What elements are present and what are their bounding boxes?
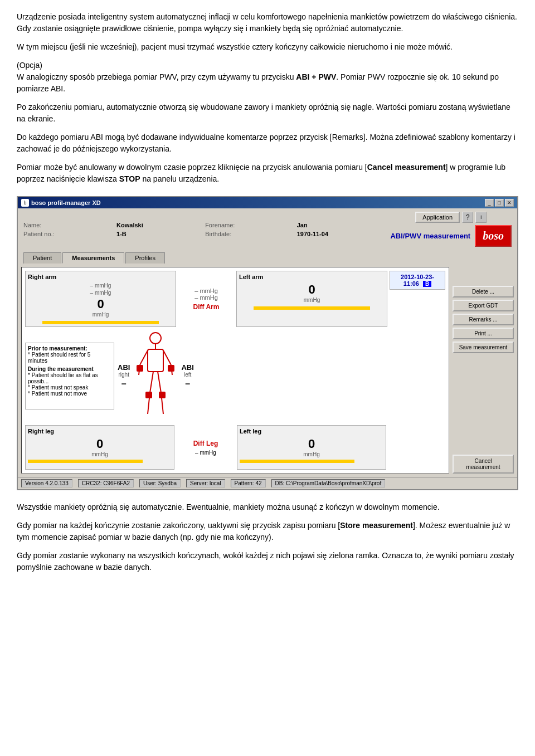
diff-arm-label: Diff Arm xyxy=(193,303,220,311)
svg-rect-13 xyxy=(145,392,152,398)
measurement-title: ABI/PWV measurement xyxy=(390,232,470,240)
para-6: Pomiar może być anulowany w dowolnym cza… xyxy=(17,162,518,185)
version-status: Version 4.2.0.133 xyxy=(21,479,72,487)
minimize-button[interactable]: _ xyxy=(485,199,494,207)
forename-label: Forename: xyxy=(205,222,291,228)
info-button[interactable]: i xyxy=(475,212,487,223)
para-1: Urządzenie posiada inteligentny system a… xyxy=(17,11,518,35)
abi-left-val: – xyxy=(185,379,190,389)
pattern-status: Pattern: 42 xyxy=(231,479,266,487)
right-arm-bar xyxy=(42,321,159,324)
right-leg-box: Right leg 0 mmHg xyxy=(25,425,174,470)
leg-right-spacer xyxy=(390,425,445,470)
help-buttons: ? i xyxy=(462,212,487,223)
during-item-2: * Patient must not speak xyxy=(28,384,111,391)
after-para-2: Gdy pomiar na każdej kończynie zostanie … xyxy=(17,520,518,543)
left-arm-bar xyxy=(254,306,370,310)
tab-measurements[interactable]: Measurements xyxy=(62,252,124,264)
abi-right-label: ABI xyxy=(118,363,130,372)
prior-title: Prior to measurement: xyxy=(28,345,111,352)
right-arm-main-value: 0 mmHg xyxy=(28,297,173,318)
during-item-3: * Patient must not move xyxy=(28,391,111,397)
patient-details: Name: Kowalski Forename: Jan Patient no.… xyxy=(23,222,385,237)
patient-info-bar: Name: Kowalski Forename: Jan Patient no.… xyxy=(18,208,517,250)
side-buttons: Delete ... Export GDT Remarks ... Print … xyxy=(453,267,514,474)
user-status: User: Sysdba xyxy=(139,479,181,487)
window-title: boso profil-manager XD xyxy=(31,199,101,206)
right-leg-label: Right leg xyxy=(28,428,172,435)
tabs-bar: Patient Measurements Profiles xyxy=(18,250,517,264)
right-arm-label: Right arm xyxy=(28,274,173,280)
para-5: Do każdego pomiaru ABI mogą być dodawane… xyxy=(17,131,518,155)
name-value: Kowalski xyxy=(116,222,200,228)
svg-point-0 xyxy=(150,333,161,344)
export-gdt-button[interactable]: Export GDT xyxy=(453,300,514,311)
delete-button[interactable]: Delete ... xyxy=(453,286,514,297)
abi-right-box: ABI right – xyxy=(118,363,130,389)
tab-profiles[interactable]: Profiles xyxy=(125,252,165,264)
db-status: DB: C:\ProgramData\Boso\profmanXD\prof xyxy=(271,479,386,487)
svg-line-7 xyxy=(150,372,153,393)
boso-logo: boso xyxy=(475,225,512,247)
birthdate-label: Birthdate: xyxy=(205,231,291,237)
left-arm-box: Left arm 0 mmHg xyxy=(236,271,387,327)
main-content: Right arm – mmHg – mmHg 0 mmHg xyxy=(18,264,517,477)
svg-rect-14 xyxy=(159,392,166,398)
para-2: W tym miejscu (jeśli nie wcześniej), pac… xyxy=(17,41,518,53)
server-status: Server: local xyxy=(186,479,225,487)
diff-top-lines: – mmHg – mmHg xyxy=(194,287,218,301)
title-bar: b boso profil-manager XD _ □ ✕ xyxy=(18,197,517,208)
patient-no-value: 1-B xyxy=(116,231,200,237)
right-leg-value: 0 mmHg xyxy=(28,437,172,457)
help-button[interactable]: ? xyxy=(462,212,473,223)
left-leg-bar xyxy=(240,460,354,463)
body-figure-section xyxy=(133,331,178,421)
svg-rect-2 xyxy=(148,349,163,372)
left-leg-label: Left leg xyxy=(240,428,383,435)
close-button[interactable]: ✕ xyxy=(505,199,514,207)
right-arm-value-top: – mmHg xyxy=(28,282,173,289)
abi-right-sub: right xyxy=(118,372,129,378)
cancel-measurement-button[interactable]: Cancel measurement xyxy=(453,455,514,474)
right-arm-box: Right arm – mmHg – mmHg 0 mmHg xyxy=(25,271,176,327)
after-para-1: Wszystkie mankiety opróżnią się automaty… xyxy=(17,501,518,513)
svg-line-9 xyxy=(158,372,161,393)
maximize-button[interactable]: □ xyxy=(495,199,504,207)
date-time-box: 2012-10-23-11:06 B xyxy=(390,271,445,290)
left-leg-value: 0 mmHg xyxy=(240,437,383,457)
svg-line-3 xyxy=(140,350,148,365)
patient-no-label: Patient no.: xyxy=(23,231,111,237)
diff-leg-section: Diff Leg – mmHg xyxy=(178,425,234,470)
during-item-1: * Patient should lie as flat as possib..… xyxy=(28,372,111,384)
date-marker: B xyxy=(423,281,431,287)
measurement-area: Right arm – mmHg – mmHg 0 mmHg xyxy=(21,267,449,474)
abi-body-section: Prior to measurement: * Patient should r… xyxy=(25,331,445,421)
during-title: During the measurement xyxy=(28,366,111,372)
svg-rect-12 xyxy=(168,365,174,372)
after-para-3: Gdy pomiar zostanie wykonany na wszystki… xyxy=(17,550,518,573)
diff-leg-label: Diff Leg xyxy=(193,440,218,447)
application-button[interactable]: Application xyxy=(415,212,460,223)
left-arm-main-value: 0 mmHg xyxy=(239,282,385,303)
window-controls: _ □ ✕ xyxy=(485,199,514,207)
diff-arm-section: – mmHg – mmHg Diff Arm xyxy=(178,271,234,327)
remarks-button[interactable]: Remarks ... xyxy=(453,314,514,325)
print-button[interactable]: Print ... xyxy=(453,328,514,339)
status-bar: Version 4.2.0.133 CRC32: C96F6FA2 User: … xyxy=(18,477,517,489)
abi-left-box: ABI left – xyxy=(181,363,193,389)
leg-section: Right leg 0 mmHg Diff Leg – mmHg xyxy=(25,425,445,470)
left-leg-box: Left leg 0 mmHg xyxy=(237,425,386,470)
arm-row: Right arm – mmHg – mmHg 0 mmHg xyxy=(25,271,445,327)
tab-patient[interactable]: Patient xyxy=(23,252,61,264)
instructions-box: Prior to measurement: * Patient should r… xyxy=(25,343,114,409)
diff-leg-val: – mmHg xyxy=(195,450,216,456)
app-icon: b xyxy=(21,199,29,207)
abi-left-sub: left xyxy=(184,372,191,378)
save-measurement-button[interactable]: Save measurement xyxy=(453,342,514,353)
right-leg-bar xyxy=(28,460,143,463)
left-arm-label: Left arm xyxy=(239,274,385,280)
app-window: b boso profil-manager XD _ □ ✕ Name: Kow… xyxy=(17,196,518,490)
patient-actions: Application ? i ABI/PWV measurement boso xyxy=(390,212,512,247)
birthdate-value: 1970-11-04 xyxy=(297,231,385,237)
para-3: (Opcja)W analogiczny sposób przebiega po… xyxy=(17,60,518,95)
